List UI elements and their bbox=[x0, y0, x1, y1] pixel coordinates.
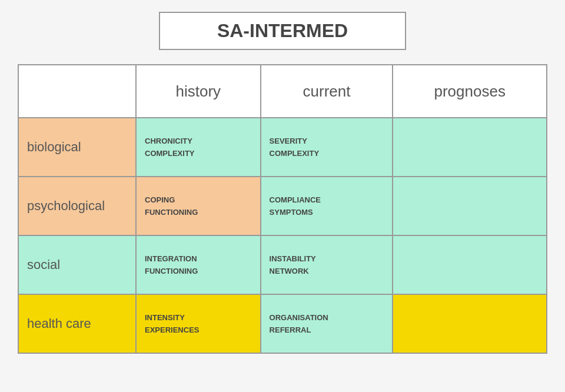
bio-history-cell: CHRONICITY COMPLEXITY bbox=[136, 118, 261, 177]
psych-history-top: COPING bbox=[145, 195, 252, 204]
bio-label: biological bbox=[18, 118, 136, 177]
table-row: health care INTENSITY EXPERIENCES ORGANI… bbox=[18, 294, 547, 353]
title-box: SA-INTERMED bbox=[159, 12, 406, 50]
table-row: social INTEGRATION FUNCTIONING INSTABILI… bbox=[18, 235, 547, 294]
social-history-bottom: FUNCTIONING bbox=[145, 267, 252, 275]
social-current-cell: INSTABILITY NETWORK bbox=[261, 235, 393, 294]
hc-current-cell: ORGANISATION REFERRAL bbox=[261, 294, 393, 353]
hc-label: health care bbox=[18, 294, 136, 353]
social-prog-cell bbox=[393, 235, 547, 294]
table-row: psychological COPING FUNCTIONING COMPLIA… bbox=[18, 177, 547, 235]
header-prognoses: prognoses bbox=[393, 65, 547, 118]
hc-current-top: ORGANISATION bbox=[270, 313, 384, 322]
bio-history-top: CHRONICITY bbox=[145, 137, 252, 145]
hc-current-bottom: REFERRAL bbox=[270, 325, 384, 334]
social-current-top: INSTABILITY bbox=[270, 254, 384, 263]
social-history-top: INTEGRATION bbox=[145, 254, 252, 263]
header-current: current bbox=[261, 65, 393, 118]
hc-history-bottom: EXPERIENCES bbox=[145, 325, 252, 334]
psych-current-cell: COMPLIANCE SYMPTOMS bbox=[261, 177, 393, 235]
page-title: SA-INTERMED bbox=[217, 20, 348, 41]
bio-current-bottom: COMPLEXITY bbox=[270, 149, 384, 158]
social-history-cell: INTEGRATION FUNCTIONING bbox=[136, 235, 261, 294]
hc-history-cell: INTENSITY EXPERIENCES bbox=[136, 294, 261, 353]
header-history: history bbox=[136, 65, 261, 118]
bio-history-bottom: COMPLEXITY bbox=[145, 149, 252, 158]
psych-history-bottom: FUNCTIONING bbox=[145, 208, 252, 217]
hc-history-top: INTENSITY bbox=[145, 313, 252, 322]
header-empty bbox=[18, 65, 136, 118]
social-label: social bbox=[18, 235, 136, 294]
psych-current-top: COMPLIANCE bbox=[270, 195, 384, 204]
psych-label: psychological bbox=[18, 177, 136, 235]
bio-current-top: SEVERITY bbox=[270, 137, 384, 145]
social-current-bottom: NETWORK bbox=[270, 267, 384, 275]
psych-history-cell: COPING FUNCTIONING bbox=[136, 177, 261, 235]
psych-prog-cell bbox=[393, 177, 547, 235]
table-row: biological CHRONICITY COMPLEXITY SEVERIT… bbox=[18, 118, 547, 177]
psych-current-bottom: SYMPTOMS bbox=[270, 208, 384, 217]
bio-current-cell: SEVERITY COMPLEXITY bbox=[261, 118, 393, 177]
bio-prog-cell bbox=[393, 118, 547, 177]
hc-prog-cell bbox=[393, 294, 547, 353]
main-grid: history current prognoses biological CHR… bbox=[18, 64, 547, 354]
